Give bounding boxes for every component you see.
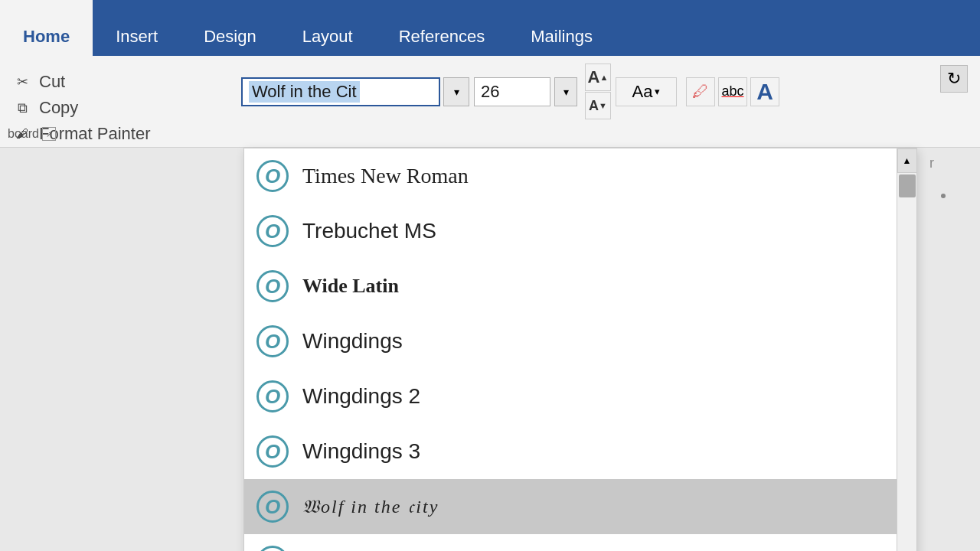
- tab-home[interactable]: Home: [0, 0, 93, 56]
- font-size-dropdown-button[interactable]: ▾: [554, 77, 577, 106]
- chevron-down-icon: ▾: [454, 86, 459, 98]
- font-extra-buttons: 🖊 abc A: [686, 77, 779, 106]
- highlight-color-button[interactable]: 🖊: [686, 77, 715, 106]
- font-item-icon: O: [256, 546, 289, 551]
- font-name-input[interactable]: Wolf in the Cit: [241, 77, 440, 106]
- change-case-button[interactable]: Aa ▾: [616, 77, 677, 106]
- font-item-times-new-roman[interactable]: O Times New Roman: [244, 148, 916, 204]
- ribbon-tabs: Home Insert Design Layout References Mai…: [0, 0, 980, 56]
- font-item-wingdings2[interactable]: O Wingdings 2: [244, 369, 916, 424]
- dropdown-scrollbar: ▲: [897, 148, 916, 551]
- font-item-yu-gothic[interactable]: O Yu Gothic: [244, 534, 916, 551]
- font-item-icon: O: [256, 270, 289, 302]
- scissors-icon: ✂: [11, 71, 33, 93]
- font-item-wolf-in-city[interactable]: O 𝔚olf in the 𝔠ity: [244, 479, 916, 534]
- font-controls: Wolf in the Cit ▾ 26 ▾ A ▲ A ▼ Aa ▾: [234, 64, 787, 119]
- highlight-icon: 🖊: [692, 82, 709, 102]
- tab-layout[interactable]: Layout: [279, 0, 376, 56]
- font-item-icon: O: [256, 380, 289, 412]
- grow-font-button[interactable]: A ▲: [585, 64, 611, 91]
- clipboard-expand-icon[interactable]: ↗: [42, 127, 56, 141]
- tab-references[interactable]: References: [376, 0, 508, 56]
- font-size-buttons: A ▲ A ▼: [585, 64, 611, 119]
- shrink-font-button[interactable]: A ▼: [585, 92, 611, 119]
- tab-design[interactable]: Design: [181, 0, 279, 56]
- copy-icon: ⧉: [11, 97, 33, 119]
- scroll-up-button[interactable]: ▲: [897, 148, 917, 173]
- copy-button[interactable]: ⧉ Copy: [8, 96, 226, 120]
- font-color-icon: abc: [721, 83, 743, 99]
- cut-button[interactable]: ✂ Cut: [8, 70, 226, 94]
- big-a-button[interactable]: A: [750, 77, 779, 106]
- chevron-up-icon: ▲: [903, 155, 912, 166]
- font-item-wide-latin[interactable]: O Wide Latin: [244, 259, 916, 314]
- scroll-thumb[interactable]: [899, 174, 916, 197]
- font-item-wingdings[interactable]: O Wingdings: [244, 314, 916, 369]
- font-item-trebuchet[interactable]: O Trebuchet MS: [244, 204, 916, 259]
- font-color-button[interactable]: abc: [718, 77, 747, 106]
- font-name-dropdown-button[interactable]: ▾: [443, 77, 469, 106]
- right-panel-letter: r: [929, 155, 934, 171]
- tab-insert[interactable]: Insert: [93, 0, 181, 56]
- ribbon-content: ✂ Cut ⧉ Copy 🖌 Format Painter board ↗ Wo…: [0, 56, 980, 148]
- font-item-icon: O: [256, 435, 289, 468]
- font-item-icon: O: [256, 215, 289, 247]
- page-dot: [941, 194, 946, 198]
- sync-icon: ↻: [947, 69, 961, 89]
- font-item-icon: O: [256, 491, 289, 523]
- font-item-icon: O: [256, 325, 289, 357]
- big-a-icon: A: [756, 79, 773, 105]
- tab-mailings[interactable]: Mailings: [508, 0, 616, 56]
- clipboard-label: board ↗: [8, 127, 56, 141]
- chevron-down-icon: ▾: [655, 86, 660, 97]
- font-size-input[interactable]: 26: [474, 77, 550, 106]
- clipboard-group: ✂ Cut ⧉ Copy 🖌 Format Painter board ↗: [0, 62, 234, 144]
- ribbon-right-icon[interactable]: ↻: [940, 65, 968, 93]
- font-dropdown: O Times New Roman O Trebuchet MS O Wide …: [243, 148, 917, 551]
- font-item-wingdings3[interactable]: O Wingdings 3: [244, 424, 916, 479]
- font-item-icon: O: [256, 160, 289, 192]
- chevron-down-icon: ▾: [564, 86, 569, 98]
